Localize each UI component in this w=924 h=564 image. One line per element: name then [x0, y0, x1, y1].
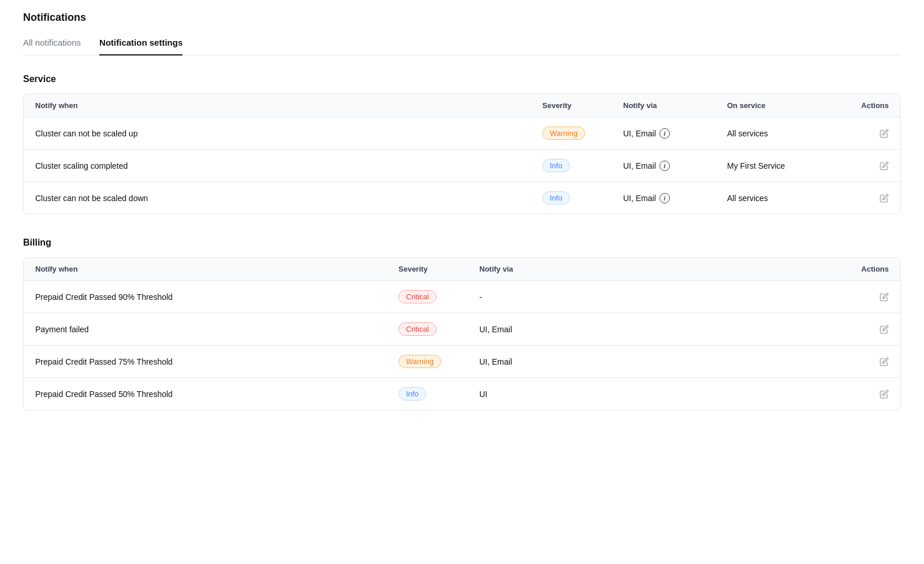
actions-cell	[843, 129, 889, 138]
notify-via-cell: UI	[479, 389, 843, 399]
info-icon[interactable]: i	[660, 128, 670, 139]
service-table-header: Notify when Severity Notify via On servi…	[24, 94, 900, 117]
billing-col-severity: Severity	[398, 265, 479, 273]
service-col-actions: Actions	[843, 101, 889, 110]
on-service-cell: All services	[727, 194, 843, 203]
actions-cell	[843, 292, 889, 302]
info-icon[interactable]: i	[660, 193, 670, 203]
service-col-notify-when: Notify when	[35, 101, 542, 110]
actions-cell	[843, 357, 889, 366]
billing-col-actions: Actions	[843, 265, 889, 273]
tabs-container: All notifications Notification settings	[23, 38, 901, 55]
notify-via-cell: UI, Email	[479, 325, 843, 334]
billing-col-notify-via: Notify via	[479, 265, 843, 273]
severity-badge-critical: Critical	[398, 290, 437, 303]
severity-cell: Info	[542, 159, 623, 172]
on-service-cell: My First Service	[727, 161, 843, 170]
service-col-severity: Severity	[542, 101, 623, 110]
notify-when-cell: Prepaid Credit Passed 90% Threshold	[35, 292, 398, 302]
billing-col-notify-when: Notify when	[35, 265, 398, 273]
tab-notification-settings[interactable]: Notification settings	[99, 38, 182, 55]
actions-cell	[843, 194, 889, 203]
tab-all-notifications[interactable]: All notifications	[23, 38, 81, 55]
notify-via-text: UI, Email	[623, 194, 656, 203]
billing-section: Billing Notify when Severity Notify via …	[23, 238, 901, 410]
notify-when-cell: Cluster can not be scaled up	[35, 129, 542, 138]
severity-badge-critical: Critical	[398, 322, 437, 336]
notify-via-cell: UI, Email i	[623, 193, 727, 203]
table-row: Payment failed Critical UI, Email	[24, 313, 900, 346]
table-row: Cluster scaling completed Info UI, Email…	[24, 150, 900, 182]
notify-via-text: UI, Email	[623, 129, 656, 138]
severity-cell: Critical	[398, 322, 479, 336]
notify-when-cell: Cluster scaling completed	[35, 161, 542, 170]
severity-cell: Warning	[542, 127, 623, 140]
actions-cell	[843, 161, 889, 170]
billing-section-title: Billing	[23, 238, 901, 248]
severity-cell: Info	[398, 387, 479, 400]
notify-when-cell: Prepaid Credit Passed 50% Threshold	[35, 389, 398, 399]
service-section: Service Notify when Severity Notify via …	[23, 74, 901, 214]
service-col-notify-via: Notify via	[623, 101, 727, 110]
severity-badge-warning: Warning	[398, 355, 441, 368]
notify-when-cell: Payment failed	[35, 325, 398, 334]
edit-button[interactable]	[880, 129, 889, 138]
edit-button[interactable]	[880, 161, 889, 170]
edit-button[interactable]	[880, 194, 889, 203]
severity-badge-info: Info	[398, 387, 426, 400]
table-row: Cluster can not be scaled down Info UI, …	[24, 182, 900, 214]
service-table: Notify when Severity Notify via On servi…	[23, 94, 901, 214]
severity-badge-info: Info	[542, 159, 570, 172]
table-row: Cluster can not be scaled up Warning UI,…	[24, 117, 900, 150]
notify-when-cell: Cluster can not be scaled down	[35, 194, 542, 203]
notify-via-cell: UI, Email i	[623, 128, 727, 139]
billing-table: Notify when Severity Notify via Actions …	[23, 257, 901, 410]
on-service-cell: All services	[727, 129, 843, 138]
actions-cell	[843, 389, 889, 399]
edit-button[interactable]	[880, 292, 889, 302]
notify-via-cell: -	[479, 292, 843, 302]
actions-cell	[843, 325, 889, 334]
notify-via-cell: UI, Email	[479, 357, 843, 366]
service-col-on-service: On service	[727, 101, 843, 110]
notify-via-text: UI, Email	[623, 161, 656, 170]
edit-button[interactable]	[880, 325, 889, 334]
table-row: Prepaid Credit Passed 50% Threshold Info…	[24, 378, 900, 410]
edit-button[interactable]	[880, 389, 889, 399]
severity-badge-info: Info	[542, 191, 570, 205]
notify-when-cell: Prepaid Credit Passed 75% Threshold	[35, 357, 398, 366]
severity-cell: Critical	[398, 290, 479, 303]
service-section-title: Service	[23, 74, 901, 84]
info-icon[interactable]: i	[660, 161, 670, 171]
table-row: Prepaid Credit Passed 75% Threshold Warn…	[24, 346, 900, 378]
edit-button[interactable]	[880, 357, 889, 366]
page-title: Notifications	[23, 12, 901, 24]
table-row: Prepaid Credit Passed 90% Threshold Crit…	[24, 281, 900, 313]
severity-cell: Warning	[398, 355, 479, 368]
notify-via-cell: UI, Email i	[623, 161, 727, 171]
severity-badge-warning: Warning	[542, 127, 585, 140]
severity-cell: Info	[542, 191, 623, 205]
billing-table-header: Notify when Severity Notify via Actions	[24, 258, 900, 281]
